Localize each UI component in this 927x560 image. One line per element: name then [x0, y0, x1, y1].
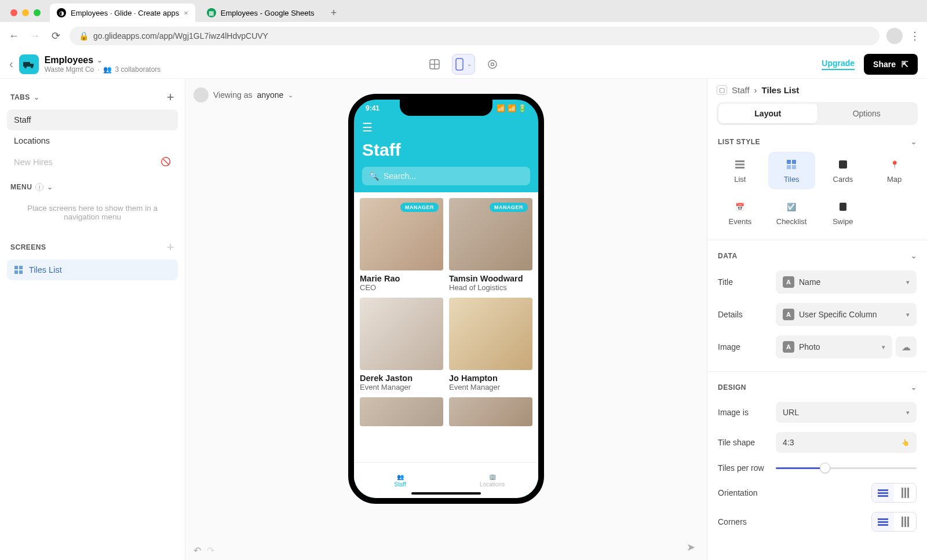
browser-tab-glide[interactable]: ◑ Employees · Glide · Create apps ×: [50, 3, 195, 22]
settings-view-button[interactable]: [481, 54, 504, 75]
orientation-vertical[interactable]: [894, 484, 916, 502]
tile-title: Marie Rao: [360, 274, 443, 283]
tiles-per-row-slider[interactable]: [776, 462, 917, 474]
tile-item[interactable]: Jo Hampton Event Manager: [449, 298, 532, 391]
svg-rect-0: [23, 62, 30, 67]
svg-rect-16: [735, 167, 744, 169]
style-cards[interactable]: Cards: [820, 152, 867, 189]
tile-item[interactable]: [449, 397, 532, 426]
svg-rect-27: [904, 488, 906, 498]
phone-icon: [455, 58, 464, 71]
style-map[interactable]: 📍Map: [871, 152, 918, 189]
profile-avatar[interactable]: [886, 28, 903, 44]
status-icons: 📶 📶 🔋: [497, 104, 527, 112]
style-list[interactable]: List: [717, 152, 764, 189]
tab-title: Employees - Google Sheets: [221, 9, 315, 17]
style-checklist[interactable]: ☑️Checklist: [768, 194, 815, 232]
tab-item-locations[interactable]: Locations: [7, 130, 178, 151]
tab-item-new-hires[interactable]: New Hires 🚫: [7, 151, 178, 173]
svg-rect-30: [878, 521, 888, 523]
image-is-select[interactable]: URL▾: [776, 402, 917, 423]
svg-rect-17: [787, 160, 791, 164]
tile-item[interactable]: Derek Jaston Event Manager: [360, 298, 443, 391]
tile-subtitle: Event Manager: [360, 383, 443, 391]
corners-square[interactable]: [872, 513, 894, 531]
browser-chrome: ◑ Employees · Glide · Create apps × ▦ Em…: [0, 0, 927, 50]
back-button[interactable]: ←: [7, 30, 21, 42]
tile-item[interactable]: [360, 397, 443, 426]
style-swipe[interactable]: Swipe: [820, 194, 867, 232]
prop-details: Details AUser Specific Column▾: [717, 298, 918, 331]
corners-rounded[interactable]: [894, 513, 916, 531]
tile-subtitle: Event Manager: [449, 383, 532, 391]
truck-icon: [23, 60, 35, 69]
sheets-favicon: ▦: [207, 8, 216, 17]
hamburger-icon[interactable]: ☰: [362, 120, 373, 134]
tabs-section-header[interactable]: TABS ⌄ +: [7, 85, 178, 109]
minimize-window[interactable]: [22, 9, 29, 16]
maximize-window[interactable]: [34, 9, 41, 16]
app-top-bar: ‹ Employees ⌄ Waste Mgmt Co · 👥 3 collab…: [0, 50, 927, 79]
prop-tile-shape: Tile shape 4:3👆: [717, 427, 918, 457]
add-screen-button[interactable]: +: [167, 240, 174, 255]
forward-button[interactable]: →: [28, 30, 42, 42]
add-tab-button[interactable]: +: [167, 90, 174, 105]
app-subtitle: Waste Mgmt Co · 👥 3 collaborators: [45, 65, 161, 74]
tile-item[interactable]: MANAGER Marie Rao CEO: [360, 198, 443, 292]
tab-item-staff[interactable]: Staff: [7, 109, 178, 130]
breadcrumb-parent[interactable]: Staff: [732, 85, 750, 95]
svg-rect-34: [907, 517, 909, 527]
image-select[interactable]: APhoto▾: [776, 335, 892, 358]
svg-rect-7: [456, 58, 463, 70]
viewing-as-selector[interactable]: Viewing as anyone ⌄: [194, 87, 293, 103]
orientation-horizontal[interactable]: [872, 484, 894, 502]
undo-button[interactable]: ↶: [194, 545, 201, 556]
design-section-header[interactable]: DESIGN ⌄: [717, 380, 918, 397]
svg-point-3: [31, 66, 33, 68]
data-section-header[interactable]: DATA ⌄: [717, 248, 918, 266]
external-link-icon: ⇱: [902, 60, 908, 69]
share-button[interactable]: Share ⇱: [864, 54, 918, 75]
svg-rect-13: [19, 270, 23, 274]
redo-button[interactable]: ↷: [207, 545, 214, 556]
tile-shape-select[interactable]: 4:3👆: [776, 432, 917, 453]
list-style-header[interactable]: LIST STYLE ⌄: [717, 134, 918, 152]
new-tab-button[interactable]: +: [326, 5, 342, 21]
grid-icon: [429, 58, 440, 70]
search-input[interactable]: 🔍 Search...: [362, 167, 530, 185]
tab-layout[interactable]: Layout: [718, 104, 817, 123]
search-icon: 🔍: [369, 171, 379, 181]
reload-button[interactable]: ⟳: [49, 30, 63, 42]
tile-title: Derek Jaston: [360, 374, 443, 383]
screen-item-tiles-list[interactable]: Tiles List: [7, 259, 178, 280]
lock-icon: 🔒: [79, 31, 89, 41]
browser-menu-icon[interactable]: ⋮: [910, 30, 920, 42]
app-back-icon[interactable]: ‹: [9, 57, 13, 71]
app-title[interactable]: Employees ⌄: [45, 55, 161, 65]
info-icon: i: [35, 183, 43, 191]
phone-view-button[interactable]: ⌄: [452, 54, 475, 75]
tile-item[interactable]: MANAGER Tamsin Woodward Head of Logistic…: [449, 198, 532, 292]
title-select[interactable]: AName▾: [776, 270, 917, 294]
data-view-button[interactable]: [423, 54, 446, 75]
tile-image: [360, 397, 443, 426]
tab-options[interactable]: Options: [817, 104, 917, 123]
glide-favicon: ◑: [57, 8, 66, 17]
svg-point-9: [491, 63, 494, 65]
upload-button[interactable]: ☁: [896, 336, 917, 357]
details-select[interactable]: AUser Specific Column▾: [776, 303, 917, 326]
tile-image: [449, 298, 532, 370]
address-bar[interactable]: 🔒 go.glideapps.com/app/Wgj1GL7iwz4lHdvpC…: [70, 27, 879, 45]
style-events[interactable]: 📅Events: [717, 194, 764, 232]
breadcrumb: ▢ Staff › Tiles List: [717, 85, 918, 95]
close-window[interactable]: [10, 9, 17, 16]
upgrade-link[interactable]: Upgrade: [822, 58, 855, 70]
browser-tab-sheets[interactable]: ▦ Employees - Google Sheets: [200, 3, 322, 22]
style-tiles[interactable]: Tiles: [768, 152, 815, 189]
tile-image: [360, 298, 443, 370]
tile-title: Jo Hampton: [449, 374, 532, 383]
viewing-avatar: [194, 87, 209, 103]
menu-section-header[interactable]: MENU i ⌄: [7, 178, 178, 196]
close-tab-icon[interactable]: ×: [184, 9, 188, 17]
prop-image: Image APhoto▾ ☁: [717, 331, 918, 363]
